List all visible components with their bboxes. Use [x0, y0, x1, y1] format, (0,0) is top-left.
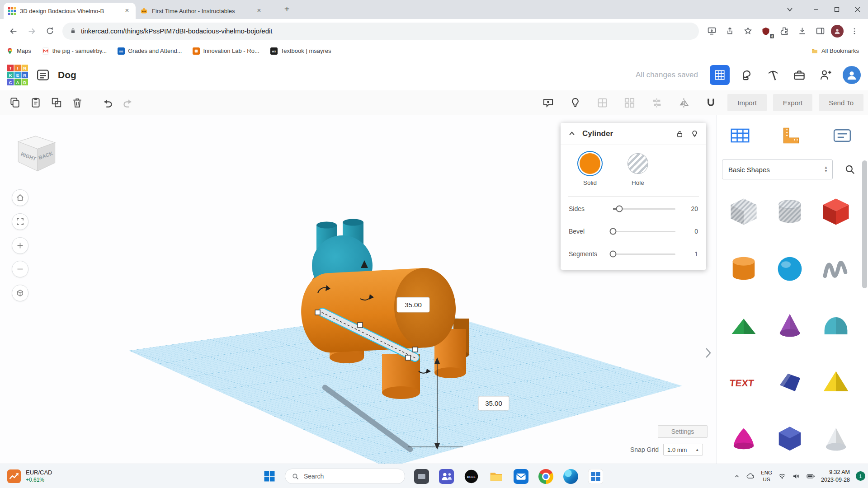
shape-soft-cone[interactable]	[813, 418, 859, 460]
solid-swatch[interactable]	[580, 153, 600, 174]
perspective-toggle-button[interactable]	[12, 285, 28, 301]
collapse-chevron-icon[interactable]	[568, 130, 576, 138]
shape-paraboloid[interactable]	[721, 418, 767, 460]
chrome-icon[interactable]	[538, 468, 554, 484]
account-avatar[interactable]	[843, 66, 861, 84]
zoom-in-button[interactable]	[12, 237, 28, 254]
tab-close-icon[interactable]: ×	[255, 7, 263, 15]
shape-prism[interactable]	[767, 418, 813, 460]
browser-menu-kebab-icon[interactable]	[846, 23, 863, 39]
browser-tab[interactable]: 3D design Bodacious Vihelmo-B×	[4, 3, 136, 19]
tray-chevron-up-icon[interactable]	[734, 473, 740, 479]
edge-icon[interactable]	[562, 468, 579, 484]
bookmark-item[interactable]: Innovation Lab - Ro...	[193, 47, 259, 55]
language-indicator[interactable]: ENG US	[761, 469, 772, 483]
taskbar-clock[interactable]: 9:32 AM 2023-09-28	[821, 469, 850, 483]
battery-icon[interactable]	[806, 472, 815, 481]
zoom-out-button[interactable]	[12, 261, 28, 277]
slider-value[interactable]: 20	[678, 205, 698, 212]
slider-value[interactable]: 1	[678, 250, 698, 258]
align-icon[interactable]	[646, 94, 667, 112]
dell-icon[interactable]: DELL	[463, 468, 479, 484]
minimize-button[interactable]	[806, 0, 826, 19]
slider-track[interactable]	[613, 208, 675, 210]
shape-cone[interactable]	[767, 304, 813, 347]
group-icon[interactable]	[592, 94, 613, 112]
shape-sphere[interactable]	[767, 247, 813, 290]
slider-handle[interactable]	[610, 228, 617, 235]
shape-cylinder[interactable]	[721, 247, 767, 290]
import-button[interactable]: Import	[727, 94, 767, 111]
mirror-icon[interactable]	[673, 94, 694, 112]
onedrive-cloud-icon[interactable]	[746, 472, 755, 481]
solid-option[interactable]: Solid	[580, 153, 600, 186]
ublock-extension-icon[interactable]: 4	[758, 23, 774, 39]
add-person-icon[interactable]	[816, 66, 835, 84]
url-omnibox[interactable]: tinkercad.com/things/kPssPtM7dBI-bodacio…	[62, 23, 699, 40]
start-button[interactable]	[261, 468, 278, 484]
all-bookmarks-button[interactable]: All Bookmarks	[811, 47, 859, 55]
fit-view-button[interactable]	[12, 213, 28, 230]
downloads-icon[interactable]	[794, 23, 810, 39]
view-cube[interactable]: RIGHT BACK	[13, 132, 63, 178]
copy-icon[interactable]	[5, 94, 25, 112]
show-all-icon[interactable]	[538, 94, 558, 112]
slider-handle[interactable]	[610, 251, 617, 258]
mail-icon[interactable]	[513, 468, 529, 484]
paste-icon[interactable]	[25, 94, 46, 112]
ruler-tool-icon[interactable]	[779, 123, 803, 148]
tinkercad-logo[interactable]: TINKERCAD	[7, 65, 28, 85]
lock-shape-icon[interactable]	[675, 130, 684, 138]
duplicate-icon[interactable]	[46, 94, 67, 112]
design-menu-icon[interactable]	[35, 67, 51, 83]
bookmark-item[interactable]: SISGrades and Attend...	[118, 47, 182, 55]
notes-tool-icon[interactable]	[830, 123, 854, 148]
delete-icon[interactable]	[67, 94, 88, 112]
volume-icon[interactable]	[792, 472, 800, 480]
dark-app-icon[interactable]	[413, 468, 429, 484]
workplane-tool-icon[interactable]	[728, 123, 752, 148]
forward-button[interactable]	[24, 23, 40, 39]
close-window-button[interactable]	[847, 0, 868, 19]
hole-swatch[interactable]	[627, 153, 648, 174]
tab-close-icon[interactable]: ×	[123, 7, 131, 15]
export-button[interactable]: Export	[773, 94, 812, 111]
slider-value[interactable]: 0	[678, 228, 698, 235]
sim-lab-mitt-icon[interactable]	[738, 66, 756, 84]
wifi-icon[interactable]	[778, 472, 786, 480]
snap-grid-select[interactable]: 1.0 mm ▲	[663, 444, 703, 455]
shape-box[interactable]	[813, 190, 859, 233]
browser-tab[interactable]: First Time Author - Instructables×	[136, 3, 268, 19]
extensions-puzzle-icon[interactable]	[776, 23, 792, 39]
send-to-button[interactable]: Send To	[819, 94, 863, 111]
shape-category-select[interactable]: Basic Shapes ▲▼	[722, 160, 833, 179]
shape-hole-cylinder[interactable]	[767, 190, 813, 233]
magnet-icon[interactable]	[700, 94, 721, 112]
collapse-panel-chevron-icon[interactable]	[702, 343, 714, 363]
redo-icon[interactable]	[118, 94, 138, 112]
bookmark-item[interactable]: the pig - samuelrby...	[42, 47, 107, 55]
taskbar-search[interactable]: Search	[285, 469, 405, 484]
shapes-scrollbar[interactable]	[862, 160, 867, 288]
file-explorer-icon[interactable]	[488, 468, 504, 484]
slider-handle[interactable]	[616, 206, 623, 212]
tab-search-icon[interactable]	[781, 0, 798, 19]
slider-track[interactable]	[613, 231, 675, 232]
notification-badge[interactable]: 1	[856, 471, 865, 481]
minecraft-pickaxe-icon[interactable]	[764, 66, 782, 84]
bookmark-star-icon[interactable]	[740, 23, 756, 39]
shape-pyramid[interactable]	[813, 361, 859, 404]
side-panel-icon[interactable]	[812, 23, 828, 39]
bookmark-item[interactable]: Maps	[6, 47, 31, 55]
design-title[interactable]: Dog	[58, 70, 76, 80]
back-button[interactable]	[5, 23, 22, 39]
shape-hole-box[interactable]	[721, 190, 767, 233]
lightbulb-icon[interactable]	[565, 94, 585, 112]
dimension-label-body[interactable]: 35.00	[397, 297, 429, 312]
shape-scribble[interactable]	[813, 247, 859, 290]
shape-polygon[interactable]	[767, 361, 813, 404]
new-tab-button[interactable]: +	[280, 3, 293, 16]
3d-editor-view-button[interactable]	[710, 65, 730, 85]
browser-profile-avatar[interactable]	[831, 25, 844, 38]
maximize-button[interactable]	[826, 0, 847, 19]
